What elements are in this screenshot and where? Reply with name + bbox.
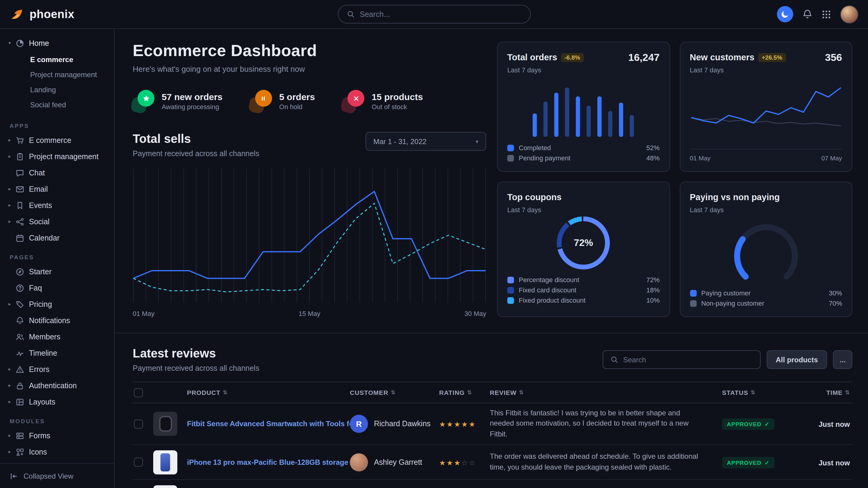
paying-gauge-chart xyxy=(721,221,811,282)
stat-bubble xyxy=(347,90,364,107)
donut-center-label: 72% xyxy=(555,215,612,271)
sidebar-item-timeline[interactable]: Timeline xyxy=(0,345,114,361)
all-products-button[interactable]: All products xyxy=(767,350,827,369)
checkbox-cell xyxy=(133,419,153,428)
sidebar-item-label: Project management xyxy=(29,152,99,161)
row-checkbox[interactable] xyxy=(134,419,143,428)
sidebar-item-notifications[interactable]: Notifications xyxy=(0,312,114,329)
sidebar-item-members[interactable]: Members xyxy=(0,329,114,345)
column-header-customer[interactable]: CUSTOMER⇅ xyxy=(350,389,439,396)
caret-right-icon: ▸ xyxy=(8,366,16,372)
column-header-rating[interactable]: RATING⇅ xyxy=(439,389,490,396)
sidebar-item-e-commerce[interactable]: ▸E commerce xyxy=(0,132,114,148)
legend-swatch xyxy=(690,290,696,296)
sidebar-item-email[interactable]: ▸Email xyxy=(0,181,114,197)
sidebar-subitem-social-feed[interactable]: Social feed xyxy=(0,97,114,112)
sidebar-subitem-label: Social feed xyxy=(30,100,66,109)
sidebar-item-layouts[interactable]: ▸Layouts xyxy=(0,394,114,410)
sidebar-item-starter[interactable]: Starter xyxy=(0,263,114,280)
date-range-select[interactable]: Mar 1 - 31, 2022 ▾ xyxy=(366,132,486,151)
star-filled-icon: ★ xyxy=(447,420,454,429)
sort-icon[interactable]: ⇅ xyxy=(845,389,850,395)
legend-label: Fixed card discount xyxy=(519,286,576,294)
sidebar-item-events[interactable]: ▸Events xyxy=(0,197,114,214)
stat-label: Awating processing xyxy=(162,103,223,110)
sidebar-item-label: Email xyxy=(29,185,48,193)
status-text: APPROVED xyxy=(727,421,762,427)
legend-swatch xyxy=(507,144,514,151)
sidebar-item-forms[interactable]: ▸Forms xyxy=(0,427,114,444)
stat-label: Out of stock xyxy=(372,103,423,110)
stat-bubble xyxy=(255,90,272,107)
legend-swatch xyxy=(507,276,514,283)
sort-icon[interactable]: ⇅ xyxy=(223,389,228,395)
star-filled-icon: ★ xyxy=(454,420,461,429)
apps-grid-button[interactable] xyxy=(822,9,831,19)
select-all-checkbox[interactable] xyxy=(134,388,143,397)
sidebar-subitem-project-management[interactable]: Project management xyxy=(0,67,114,82)
legend-label: Completed xyxy=(519,144,551,151)
card-title: Top coupons xyxy=(507,192,562,202)
product-link[interactable]: Fitbit Sense Advanced Smartwatch with To… xyxy=(187,420,350,428)
column-label: RATING xyxy=(439,389,465,396)
collapsed-view-toggle[interactable]: Collapsed View xyxy=(0,463,114,488)
sidebar-subitem-landing[interactable]: Landing xyxy=(0,82,114,97)
top-navbar: phoenix xyxy=(0,0,868,29)
column-header-product[interactable]: PRODUCT⇅ xyxy=(187,389,350,396)
card-title: Paying vs non paying xyxy=(690,192,780,202)
stat-bubble xyxy=(137,90,154,107)
legend-label: Pending payment xyxy=(519,154,570,162)
theme-toggle-button[interactable] xyxy=(777,6,793,22)
sidebar-item-social[interactable]: ▸Social xyxy=(0,214,114,230)
row-checkbox[interactable] xyxy=(134,458,143,466)
more-options-button[interactable]: ... xyxy=(833,350,852,369)
chat-icon xyxy=(16,168,24,177)
caret-down-icon: ▾ xyxy=(8,40,16,46)
sidebar-subitem-e-commerce[interactable]: E commerce xyxy=(0,52,114,67)
reviews-search-input[interactable] xyxy=(623,355,753,364)
caret-right-icon: ▸ xyxy=(8,449,16,455)
sidebar-item-home[interactable]: ▾Home xyxy=(0,35,114,51)
sidebar-item-icons[interactable]: ▸Icons xyxy=(0,444,114,460)
check-icon: ✓ xyxy=(765,459,770,466)
sidebar-item-pricing[interactable]: ▸Pricing xyxy=(0,296,114,312)
product-image-cell xyxy=(153,485,187,488)
user-avatar[interactable] xyxy=(840,5,858,23)
column-header-status[interactable]: STATUS⇅ xyxy=(722,389,797,396)
sidebar-item-chat[interactable]: Chat xyxy=(0,165,114,181)
caret-right-icon: ▸ xyxy=(8,433,16,438)
bell-icon xyxy=(802,9,812,19)
sidebar-item-authentication[interactable]: ▸Authentication xyxy=(0,378,114,394)
sidebar-item-errors[interactable]: ▸Errors xyxy=(0,361,114,378)
caret-right-icon: ▸ xyxy=(8,202,16,208)
product-link[interactable]: iPhone 13 pro max-Pacific Blue-128GB sto… xyxy=(187,458,350,466)
form-icon xyxy=(16,431,24,440)
navbar-search[interactable] xyxy=(338,5,530,24)
date-range-value: Mar 1 - 31, 2022 xyxy=(373,137,427,145)
sort-icon[interactable]: ⇅ xyxy=(519,389,524,395)
star-filled-icon: ★ xyxy=(461,420,469,429)
sidebar-item-tables[interactable]: ▸Tables xyxy=(0,460,114,463)
sort-icon[interactable]: ⇅ xyxy=(467,389,472,395)
sidebar-subitem-label: Project management xyxy=(30,70,97,79)
column-header-time[interactable]: TIME⇅ xyxy=(797,389,852,396)
sidebar-item-label: Icons xyxy=(29,448,47,456)
product-image-smartwatch xyxy=(153,412,177,436)
navbar-search-input[interactable] xyxy=(360,10,522,19)
stat-value: 57 new orders xyxy=(162,91,223,102)
sort-icon[interactable]: ⇅ xyxy=(751,389,755,395)
column-label: PRODUCT xyxy=(187,389,220,396)
column-header-review[interactable]: REVIEW⇅ xyxy=(490,389,722,396)
column-label: REVIEW xyxy=(490,389,517,396)
reviews-search[interactable] xyxy=(602,350,761,369)
sort-icon[interactable]: ⇅ xyxy=(391,389,396,395)
notifications-button[interactable] xyxy=(802,9,812,19)
sidebar-item-calendar[interactable]: Calendar xyxy=(0,230,114,246)
legend-value: 72% xyxy=(646,276,660,283)
search-icon xyxy=(346,10,354,18)
sidebar-item-faq[interactable]: Faq xyxy=(0,280,114,296)
brand[interactable]: phoenix xyxy=(10,7,130,22)
sidebar-item-project-management[interactable]: ▸Project management xyxy=(0,148,114,165)
legend-item: Fixed card discount18% xyxy=(507,286,660,294)
sidebar-section-label: PAGES xyxy=(0,246,114,263)
